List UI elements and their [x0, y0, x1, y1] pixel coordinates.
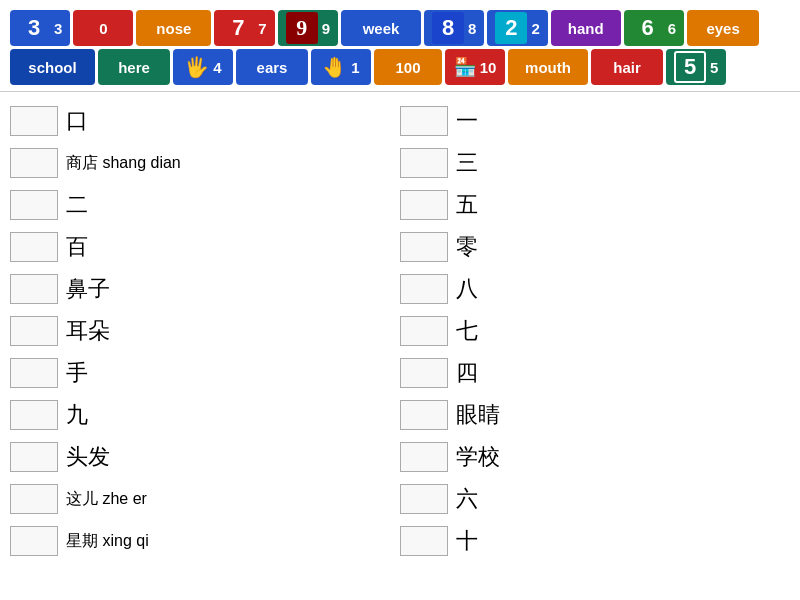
match-input-r11[interactable] — [400, 526, 448, 556]
tile-label-here: here — [118, 59, 150, 76]
tiles-container: 3 3 0 nose 7 7 9 9 week 8 8 2 2 hand — [0, 0, 800, 92]
match-row-r4: 零 — [400, 228, 790, 266]
match-input-r8[interactable] — [400, 400, 448, 430]
match-input-10[interactable] — [10, 484, 58, 514]
tile-hair[interactable]: hair — [591, 49, 663, 85]
match-input-2[interactable] — [10, 148, 58, 178]
tile-label-nose: nose — [156, 20, 191, 37]
tile-3[interactable]: 3 3 — [10, 10, 70, 46]
tile-label-100: 100 — [395, 59, 420, 76]
match-input-8[interactable] — [10, 400, 58, 430]
match-text-r11: 十 — [456, 526, 478, 556]
match-row-4: 百 — [10, 228, 400, 266]
match-text-8: 九 — [66, 400, 88, 430]
tile-nose[interactable]: nose — [136, 10, 211, 46]
tile-label-hand-4: 4 — [213, 59, 221, 76]
tile-9[interactable]: 9 9 — [278, 10, 338, 46]
match-input-r6[interactable] — [400, 316, 448, 346]
tile-img-8: 8 — [432, 12, 464, 44]
tile-img-3: 3 — [18, 12, 50, 44]
match-input-r10[interactable] — [400, 484, 448, 514]
tile-label-mouth: mouth — [525, 59, 571, 76]
tile-label-hand-1: 1 — [351, 59, 359, 76]
tile-img-6: 6 — [632, 12, 664, 44]
match-input-6[interactable] — [10, 316, 58, 346]
match-text-6: 耳朵 — [66, 316, 110, 346]
tile-shop[interactable]: 🏪 10 — [445, 49, 505, 85]
match-text-r10: 六 — [456, 484, 478, 514]
match-row-6: 耳朵 — [10, 312, 400, 350]
tile-5[interactable]: 5 5 — [666, 49, 726, 85]
tile-label-eyes: eyes — [706, 20, 739, 37]
match-input-r4[interactable] — [400, 232, 448, 262]
tile-label-8: 8 — [468, 20, 476, 37]
match-input-1[interactable] — [10, 106, 58, 136]
match-text-r8: 眼睛 — [456, 400, 500, 430]
tile-school[interactable]: school — [10, 49, 95, 85]
match-input-r5[interactable] — [400, 274, 448, 304]
match-row-2: 商店 shang dian — [10, 144, 400, 182]
tile-2[interactable]: 2 2 — [487, 10, 547, 46]
tile-hand-1[interactable]: 🤚 1 — [311, 49, 371, 85]
match-row-r5: 八 — [400, 270, 790, 308]
match-row-5: 鼻子 — [10, 270, 400, 308]
match-text-r2: 三 — [456, 148, 478, 178]
tile-label-hair: hair — [613, 59, 641, 76]
match-text-10: 这儿 zhe er — [66, 489, 147, 510]
match-row-11: 星期 xing qi — [10, 522, 400, 560]
tile-ears[interactable]: ears — [236, 49, 308, 85]
tile-here[interactable]: here — [98, 49, 170, 85]
match-text-r4: 零 — [456, 232, 478, 262]
match-input-r2[interactable] — [400, 148, 448, 178]
tile-eyes[interactable]: eyes — [687, 10, 759, 46]
tile-label-ears: ears — [257, 59, 288, 76]
match-input-3[interactable] — [10, 190, 58, 220]
tile-7[interactable]: 7 7 — [214, 10, 274, 46]
tiles-grid: 3 3 0 nose 7 7 9 9 week 8 8 2 2 hand — [10, 10, 790, 85]
match-section: 口 商店 shang dian 二 百 鼻子 耳朵 手 九 — [0, 92, 800, 570]
match-input-5[interactable] — [10, 274, 58, 304]
match-text-r6: 七 — [456, 316, 478, 346]
match-input-r3[interactable] — [400, 190, 448, 220]
match-row-7: 手 — [10, 354, 400, 392]
match-row-3: 二 — [10, 186, 400, 224]
match-text-11: 星期 xing qi — [66, 531, 149, 552]
match-row-r9: 学校 — [400, 438, 790, 476]
match-input-4[interactable] — [10, 232, 58, 262]
match-input-r1[interactable] — [400, 106, 448, 136]
tile-label-3: 3 — [54, 20, 62, 37]
match-row-r2: 三 — [400, 144, 790, 182]
tile-label-7: 7 — [258, 20, 266, 37]
match-row-r11: 十 — [400, 522, 790, 560]
tile-100[interactable]: 100 — [374, 49, 442, 85]
match-input-11[interactable] — [10, 526, 58, 556]
tile-8[interactable]: 8 8 — [424, 10, 484, 46]
match-input-9[interactable] — [10, 442, 58, 472]
tile-label-5: 5 — [710, 59, 718, 76]
match-left-col: 口 商店 shang dian 二 百 鼻子 耳朵 手 九 — [10, 102, 400, 560]
tile-hand-4[interactable]: 🖐 4 — [173, 49, 233, 85]
tile-img-9: 9 — [286, 12, 318, 44]
tile-img-7: 7 — [222, 12, 254, 44]
tile-mouth[interactable]: mouth — [508, 49, 588, 85]
match-row-r8: 眼睛 — [400, 396, 790, 434]
match-input-7[interactable] — [10, 358, 58, 388]
tile-6[interactable]: 6 6 — [624, 10, 684, 46]
match-text-r7: 四 — [456, 358, 478, 388]
shop-icon: 🏪 — [454, 56, 476, 78]
tile-0[interactable]: 0 — [73, 10, 133, 46]
match-row-r10: 六 — [400, 480, 790, 518]
match-text-3: 二 — [66, 190, 88, 220]
tile-label-0: 0 — [99, 20, 107, 37]
tile-week[interactable]: week — [341, 10, 421, 46]
tile-hand[interactable]: hand — [551, 10, 621, 46]
tile-img-2: 2 — [495, 12, 527, 44]
match-row-9: 头发 — [10, 438, 400, 476]
match-text-2: 商店 shang dian — [66, 153, 181, 174]
tile-label-shop: 10 — [480, 59, 497, 76]
match-input-r7[interactable] — [400, 358, 448, 388]
match-input-r9[interactable] — [400, 442, 448, 472]
hand-icon: 🖐 — [184, 55, 209, 79]
match-text-r3: 五 — [456, 190, 478, 220]
match-text-4: 百 — [66, 232, 88, 262]
